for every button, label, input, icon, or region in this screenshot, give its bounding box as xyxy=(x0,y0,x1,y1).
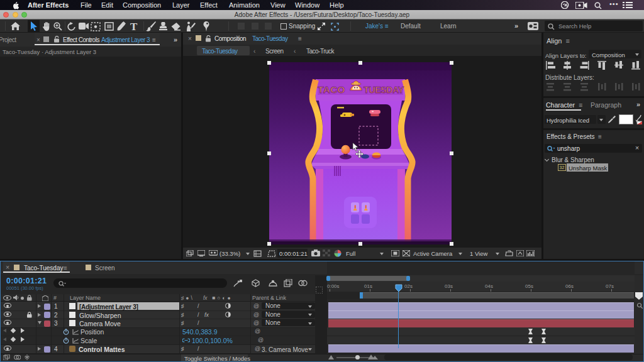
svg-text:TACO: TACO xyxy=(318,84,345,95)
svg-text:TUESDAY: TUESDAY xyxy=(364,85,404,95)
